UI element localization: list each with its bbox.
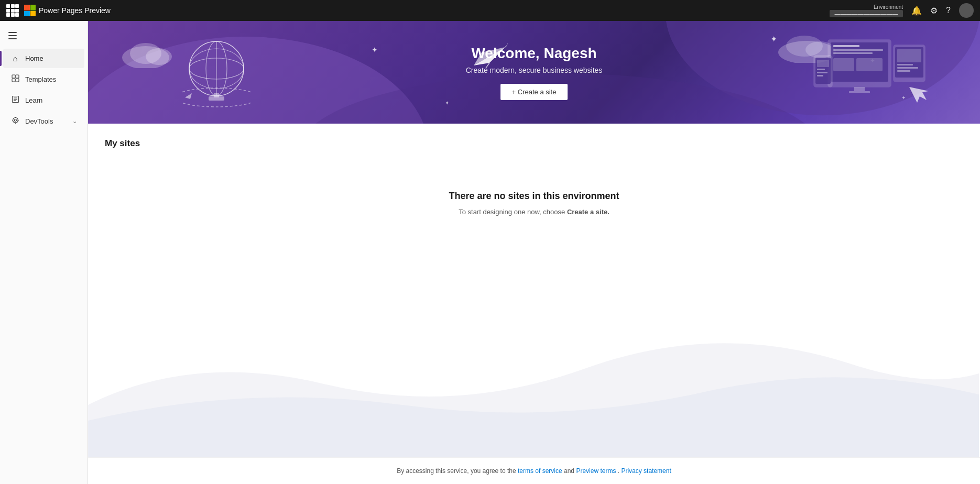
cloud-left-decoration (119, 37, 182, 70)
svg-point-9 (14, 119, 16, 122)
svg-rect-45 (833, 58, 854, 71)
svg-rect-1 (16, 75, 19, 78)
waffle-icon[interactable] (6, 4, 19, 17)
sidebar-item-devtools[interactable]: DevTools ⌄ (3, 111, 84, 131)
help-icon[interactable]: ? (946, 6, 951, 15)
hero-content: Welcome, Nagesh Create modern, secure bu… (466, 45, 603, 100)
footer-period: . (618, 467, 619, 475)
templates-icon (10, 74, 20, 84)
svg-marker-36 (185, 93, 192, 99)
main-content: ✦ ✦ ✦ ✦ ✦ (88, 21, 980, 484)
notification-icon[interactable]: 🔔 (911, 6, 922, 16)
devtools-icon (10, 116, 20, 126)
svg-text:✦: ✦ (372, 46, 378, 54)
terms-of-service-link[interactable]: terms of service (518, 467, 562, 475)
sidebar-item-label: Home (25, 54, 43, 62)
chevron-down-icon: ⌄ (72, 118, 77, 125)
environment-name: ——————————— (830, 10, 903, 17)
svg-point-8 (13, 118, 18, 123)
privacy-statement-link[interactable]: Privacy statement (621, 467, 671, 475)
svg-rect-53 (817, 72, 827, 73)
svg-point-24 (146, 48, 172, 65)
app-title: Power Pages Preview (39, 6, 111, 15)
content-area: My sites There are no sites in this envi… (88, 124, 980, 457)
layout: ⌂ Home Templates (0, 21, 980, 484)
svg-rect-2 (12, 79, 15, 82)
svg-rect-59 (897, 67, 918, 69)
create-site-button[interactable]: + Create a site (500, 84, 568, 100)
footer-prefix: By accessing this service, you agree to … (397, 467, 518, 475)
user-avatar[interactable] (959, 3, 974, 18)
svg-rect-0 (12, 75, 15, 78)
footer: By accessing this service, you agree to … (88, 457, 980, 484)
svg-rect-46 (856, 58, 883, 71)
environment-label: Environment (874, 4, 903, 10)
topbar: Power Pages Preview Environment ————————… (0, 0, 980, 21)
footer-and: and (564, 467, 576, 475)
hero-welcome-text: Welcome, Nagesh (466, 45, 603, 62)
hero-subtitle: Create modern, secure business websites (466, 66, 603, 74)
empty-state-prefix: To start designing one now, choose (459, 208, 567, 216)
environment-selector[interactable]: Environment ——————————— (830, 4, 903, 17)
svg-rect-57 (897, 49, 921, 62)
hero-banner: ✦ ✦ ✦ ✦ ✦ (88, 21, 980, 124)
home-icon: ⌂ (10, 54, 20, 63)
settings-icon[interactable]: ⚙ (930, 6, 938, 16)
svg-rect-44 (833, 52, 873, 54)
svg-rect-48 (849, 91, 870, 93)
sidebar: ⌂ Home Templates (0, 21, 88, 484)
svg-rect-60 (897, 70, 910, 72)
empty-state-link: Create a site. (567, 208, 609, 216)
hamburger-button[interactable] (4, 27, 21, 44)
sidebar-item-label: DevTools (25, 117, 53, 125)
sidebar-item-learn[interactable]: Learn (3, 90, 84, 110)
sidebar-item-home[interactable]: ⌂ Home (3, 49, 84, 68)
svg-rect-43 (833, 49, 883, 51)
sidebar-item-label: Learn (25, 96, 42, 104)
empty-state: There are no sites in this environment T… (105, 191, 963, 216)
microsoft-logo: Power Pages Preview (24, 5, 111, 16)
devices-decoration (812, 29, 928, 115)
topbar-right: Environment ——————————— 🔔 ⚙ ? (830, 3, 974, 18)
svg-rect-58 (897, 64, 913, 65)
empty-state-title: There are no sites in this environment (105, 191, 963, 202)
my-sites-title: My sites (105, 138, 963, 149)
svg-rect-51 (817, 60, 829, 67)
sidebar-item-label: Templates (25, 75, 56, 83)
empty-state-description: To start designing one now, choose Creat… (105, 208, 963, 216)
svg-rect-3 (16, 79, 19, 82)
preview-terms-link[interactable]: Preview terms (576, 467, 616, 475)
svg-text:✦: ✦ (445, 100, 449, 106)
learn-icon (10, 95, 20, 105)
svg-rect-52 (817, 69, 825, 70)
svg-rect-47 (854, 87, 865, 91)
svg-rect-54 (817, 75, 823, 76)
svg-rect-42 (833, 45, 859, 47)
sidebar-item-templates[interactable]: Templates (3, 69, 84, 89)
globe-decoration (182, 35, 251, 110)
